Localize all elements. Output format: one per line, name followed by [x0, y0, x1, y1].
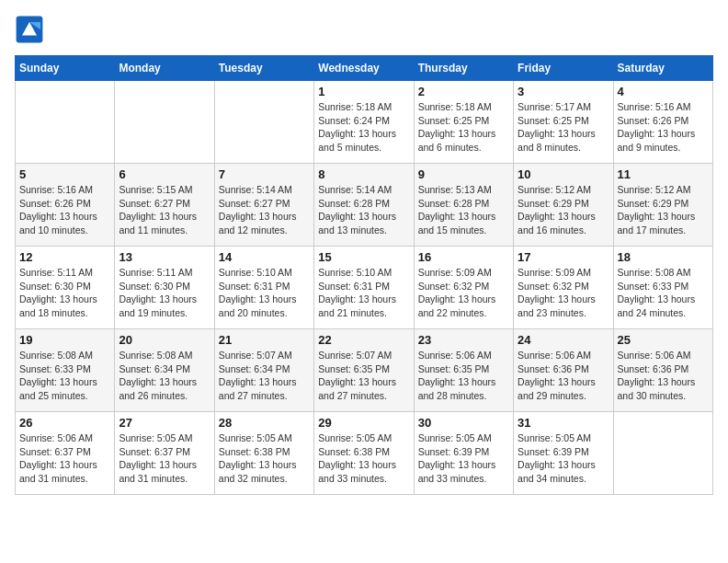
calendar-cell: 9Sunrise: 5:13 AM Sunset: 6:28 PM Daylig…: [414, 164, 513, 247]
calendar-cell: 4Sunrise: 5:16 AM Sunset: 6:26 PM Daylig…: [613, 81, 712, 164]
calendar-cell: 10Sunrise: 5:12 AM Sunset: 6:29 PM Dayli…: [514, 164, 613, 247]
day-number: 18: [618, 250, 709, 264]
calendar-cell: [613, 412, 712, 495]
day-number: 4: [618, 85, 709, 98]
day-number: 1: [318, 85, 409, 98]
day-info: Sunrise: 5:06 AM Sunset: 6:36 PM Dayligh…: [518, 349, 609, 403]
day-info: Sunrise: 5:11 AM Sunset: 6:30 PM Dayligh…: [119, 266, 210, 320]
day-number: 26: [19, 416, 110, 430]
day-number: 21: [219, 333, 310, 347]
day-info: Sunrise: 5:05 AM Sunset: 6:38 PM Dayligh…: [318, 431, 409, 486]
day-info: Sunrise: 5:16 AM Sunset: 6:26 PM Dayligh…: [19, 183, 110, 237]
calendar-cell: 6Sunrise: 5:15 AM Sunset: 6:27 PM Daylig…: [115, 164, 214, 247]
calendar-cell: [115, 81, 214, 164]
weekday-header-wednesday: Wednesday: [314, 56, 414, 81]
day-number: 30: [418, 416, 509, 430]
calendar-cell: 28Sunrise: 5:05 AM Sunset: 6:38 PM Dayli…: [214, 412, 313, 495]
calendar-cell: 23Sunrise: 5:06 AM Sunset: 6:35 PM Dayli…: [414, 329, 513, 412]
day-number: 28: [219, 416, 310, 430]
day-info: Sunrise: 5:06 AM Sunset: 6:37 PM Dayligh…: [19, 431, 110, 486]
day-number: 13: [119, 250, 210, 264]
calendar-cell: [214, 81, 313, 164]
calendar-cell: 20Sunrise: 5:08 AM Sunset: 6:34 PM Dayli…: [115, 329, 214, 412]
weekday-header-thursday: Thursday: [414, 56, 513, 81]
day-info: Sunrise: 5:06 AM Sunset: 6:35 PM Dayligh…: [418, 349, 509, 403]
calendar-cell: 3Sunrise: 5:17 AM Sunset: 6:25 PM Daylig…: [514, 81, 613, 164]
calendar-cell: 18Sunrise: 5:08 AM Sunset: 6:33 PM Dayli…: [613, 247, 712, 329]
logo: [15, 15, 48, 44]
day-info: Sunrise: 5:18 AM Sunset: 6:25 PM Dayligh…: [418, 100, 509, 155]
weekday-header-row: SundayMondayTuesdayWednesdayThursdayFrid…: [16, 56, 713, 81]
day-number: 29: [318, 416, 409, 430]
day-info: Sunrise: 5:08 AM Sunset: 6:33 PM Dayligh…: [19, 349, 110, 403]
calendar-cell: 30Sunrise: 5:05 AM Sunset: 6:39 PM Dayli…: [414, 412, 513, 495]
calendar-cell: 8Sunrise: 5:14 AM Sunset: 6:28 PM Daylig…: [314, 164, 414, 247]
calendar-cell: 16Sunrise: 5:09 AM Sunset: 6:32 PM Dayli…: [414, 247, 513, 329]
day-info: Sunrise: 5:14 AM Sunset: 6:27 PM Dayligh…: [219, 183, 310, 237]
day-info: Sunrise: 5:11 AM Sunset: 6:30 PM Dayligh…: [19, 266, 110, 320]
day-info: Sunrise: 5:08 AM Sunset: 6:34 PM Dayligh…: [119, 349, 210, 403]
day-number: 27: [119, 416, 210, 430]
weekday-header-monday: Monday: [115, 56, 214, 81]
day-number: 11: [618, 167, 709, 181]
day-info: Sunrise: 5:06 AM Sunset: 6:36 PM Dayligh…: [618, 349, 709, 403]
day-info: Sunrise: 5:05 AM Sunset: 6:38 PM Dayligh…: [219, 431, 310, 486]
day-number: 14: [219, 250, 310, 264]
calendar-cell: 19Sunrise: 5:08 AM Sunset: 6:33 PM Dayli…: [16, 329, 115, 412]
day-number: 15: [318, 250, 409, 264]
day-number: 23: [418, 333, 509, 347]
day-number: 7: [219, 167, 310, 181]
calendar-cell: 31Sunrise: 5:05 AM Sunset: 6:39 PM Dayli…: [514, 412, 613, 495]
calendar-cell: 26Sunrise: 5:06 AM Sunset: 6:37 PM Dayli…: [16, 412, 115, 495]
day-number: 22: [318, 333, 409, 347]
calendar-cell: 24Sunrise: 5:06 AM Sunset: 6:36 PM Dayli…: [514, 329, 613, 412]
day-info: Sunrise: 5:12 AM Sunset: 6:29 PM Dayligh…: [618, 183, 709, 237]
day-info: Sunrise: 5:14 AM Sunset: 6:28 PM Dayligh…: [318, 183, 409, 237]
day-number: 19: [19, 333, 110, 347]
calendar-week-row: 12Sunrise: 5:11 AM Sunset: 6:30 PM Dayli…: [16, 247, 713, 329]
calendar-cell: 29Sunrise: 5:05 AM Sunset: 6:38 PM Dayli…: [314, 412, 414, 495]
day-number: 17: [518, 250, 609, 264]
calendar-cell: 1Sunrise: 5:18 AM Sunset: 6:24 PM Daylig…: [314, 81, 414, 164]
calendar-cell: 14Sunrise: 5:10 AM Sunset: 6:31 PM Dayli…: [214, 247, 313, 329]
day-info: Sunrise: 5:12 AM Sunset: 6:29 PM Dayligh…: [518, 183, 609, 237]
day-info: Sunrise: 5:18 AM Sunset: 6:24 PM Dayligh…: [318, 100, 409, 155]
calendar-cell: 22Sunrise: 5:07 AM Sunset: 6:35 PM Dayli…: [314, 329, 414, 412]
day-number: 6: [119, 167, 210, 181]
weekday-header-sunday: Sunday: [16, 56, 115, 81]
calendar-cell: 7Sunrise: 5:14 AM Sunset: 6:27 PM Daylig…: [214, 164, 313, 247]
day-number: 25: [618, 333, 709, 347]
day-number: 20: [119, 333, 210, 347]
calendar-cell: 5Sunrise: 5:16 AM Sunset: 6:26 PM Daylig…: [16, 164, 115, 247]
day-number: 16: [418, 250, 509, 264]
day-info: Sunrise: 5:10 AM Sunset: 6:31 PM Dayligh…: [318, 266, 409, 320]
day-info: Sunrise: 5:13 AM Sunset: 6:28 PM Dayligh…: [418, 183, 509, 237]
day-info: Sunrise: 5:07 AM Sunset: 6:34 PM Dayligh…: [219, 349, 310, 403]
day-number: 12: [19, 250, 110, 264]
calendar-cell: 11Sunrise: 5:12 AM Sunset: 6:29 PM Dayli…: [613, 164, 712, 247]
weekday-header-tuesday: Tuesday: [214, 56, 313, 81]
day-number: 3: [518, 85, 609, 98]
day-number: 10: [518, 167, 609, 181]
weekday-header-saturday: Saturday: [613, 56, 712, 81]
day-number: 2: [418, 85, 509, 98]
day-number: 31: [518, 416, 609, 430]
day-info: Sunrise: 5:09 AM Sunset: 6:32 PM Dayligh…: [418, 266, 509, 320]
calendar-cell: 2Sunrise: 5:18 AM Sunset: 6:25 PM Daylig…: [414, 81, 513, 164]
day-info: Sunrise: 5:16 AM Sunset: 6:26 PM Dayligh…: [618, 100, 709, 155]
day-number: 8: [318, 167, 409, 181]
calendar-cell: 13Sunrise: 5:11 AM Sunset: 6:30 PM Dayli…: [115, 247, 214, 329]
calendar-week-row: 26Sunrise: 5:06 AM Sunset: 6:37 PM Dayli…: [16, 412, 713, 495]
day-info: Sunrise: 5:17 AM Sunset: 6:25 PM Dayligh…: [518, 100, 609, 155]
calendar-cell: 27Sunrise: 5:05 AM Sunset: 6:37 PM Dayli…: [115, 412, 214, 495]
calendar-cell: 12Sunrise: 5:11 AM Sunset: 6:30 PM Dayli…: [16, 247, 115, 329]
day-info: Sunrise: 5:05 AM Sunset: 6:39 PM Dayligh…: [418, 431, 509, 486]
calendar-cell: [16, 81, 115, 164]
day-number: 9: [418, 167, 509, 181]
calendar-table: SundayMondayTuesdayWednesdayThursdayFrid…: [15, 55, 713, 495]
calendar-week-row: 19Sunrise: 5:08 AM Sunset: 6:33 PM Dayli…: [16, 329, 713, 412]
day-info: Sunrise: 5:08 AM Sunset: 6:33 PM Dayligh…: [618, 266, 709, 320]
day-info: Sunrise: 5:07 AM Sunset: 6:35 PM Dayligh…: [318, 349, 409, 403]
calendar-cell: 17Sunrise: 5:09 AM Sunset: 6:32 PM Dayli…: [514, 247, 613, 329]
day-number: 24: [518, 333, 609, 347]
